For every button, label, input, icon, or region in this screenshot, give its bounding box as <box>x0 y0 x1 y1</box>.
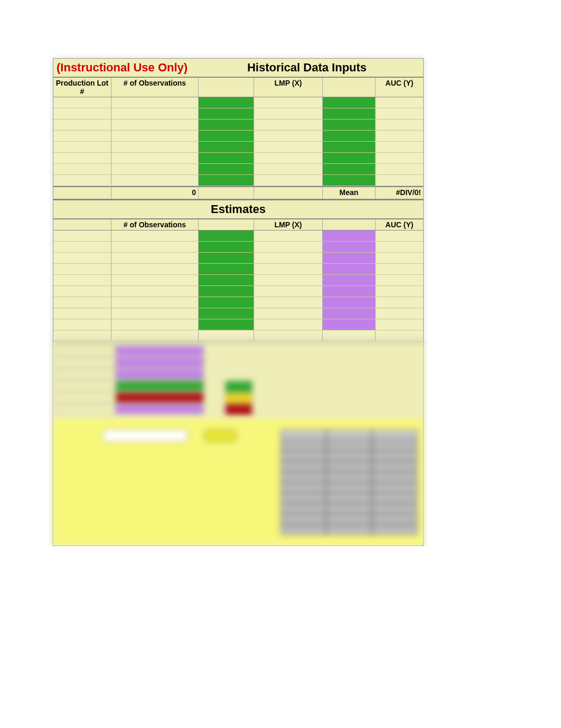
historical-footer-row: 0 Mean #DIV/0! <box>53 186 423 199</box>
spreadsheet-root: (Instructional Use Only) Historical Data… <box>53 58 424 546</box>
est-header-auc: AUC (Y) <box>376 219 423 230</box>
header-blank1 <box>199 78 254 97</box>
table-row[interactable] <box>53 264 423 275</box>
est-header-blank1 <box>199 219 254 230</box>
summary-block <box>53 342 423 419</box>
table-row[interactable] <box>53 97 423 108</box>
computation-panel <box>53 419 423 546</box>
header-observations: # of Observations <box>111 78 199 97</box>
instructional-label: (Instructional Use Only) <box>57 61 194 75</box>
footer-mean-label: Mean <box>323 187 376 199</box>
estimates-data-grid <box>53 231 423 342</box>
header-lmp: LMP (X) <box>254 78 323 97</box>
table-row[interactable] <box>53 231 423 242</box>
table-row[interactable] <box>53 297 423 308</box>
table-row[interactable] <box>53 253 423 264</box>
table-row[interactable] <box>53 275 423 286</box>
estimates-column-headers: # of Observations LMP (X) AUC (Y) <box>53 219 423 231</box>
est-header-observations: # of Observations <box>111 219 199 230</box>
footer-mean-value: #DIV/0! <box>376 187 423 199</box>
table-row[interactable] <box>53 153 423 164</box>
results-table <box>280 429 418 535</box>
table-row[interactable] <box>53 242 423 253</box>
table-row[interactable] <box>53 108 423 119</box>
table-row[interactable] <box>53 119 423 131</box>
table-row[interactable] <box>53 131 423 142</box>
table-row[interactable] <box>53 142 423 153</box>
est-header-lmp: LMP (X) <box>254 219 323 230</box>
estimates-title: Estimates <box>53 199 423 219</box>
compute-input[interactable] <box>102 429 188 442</box>
table-row[interactable] <box>53 175 423 186</box>
table-row[interactable] <box>53 319 423 330</box>
header-auc: AUC (Y) <box>376 78 423 97</box>
compute-button[interactable] <box>204 429 237 442</box>
header-blank2 <box>323 78 376 97</box>
table-row[interactable] <box>53 164 423 175</box>
est-header-blank2 <box>323 219 376 230</box>
header-production-lot: Production Lot # <box>53 78 111 97</box>
est-header-blank <box>53 219 111 230</box>
footer-total-obs: 0 <box>111 187 199 199</box>
page-title: Historical Data Inputs <box>194 61 420 75</box>
table-row <box>53 330 423 342</box>
title-row: (Instructional Use Only) Historical Data… <box>53 59 423 78</box>
historical-column-headers: Production Lot # # of Observations LMP (… <box>53 78 423 97</box>
table-row[interactable] <box>53 286 423 297</box>
table-row[interactable] <box>53 308 423 319</box>
historical-data-grid <box>53 97 423 186</box>
